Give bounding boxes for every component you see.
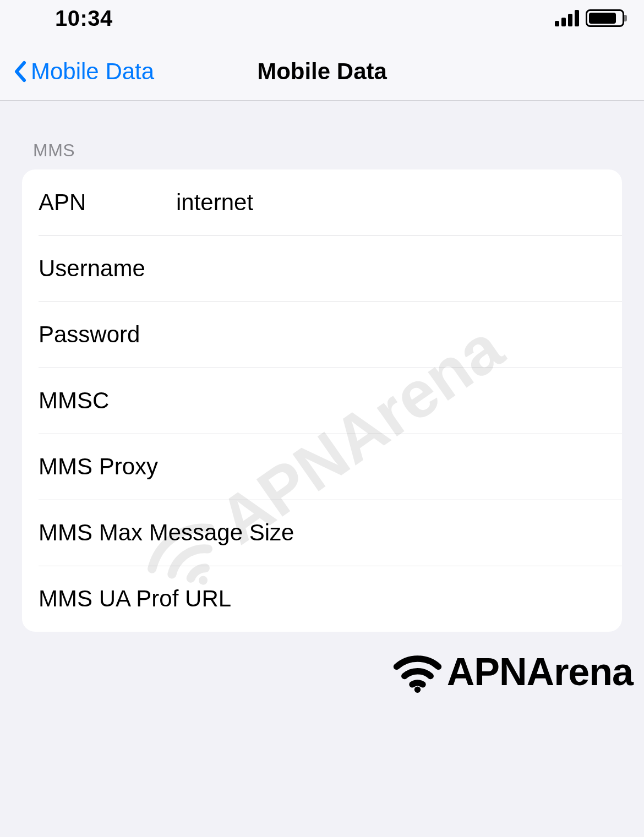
row-username[interactable]: Username: [22, 236, 622, 302]
label-mms-max-size: MMS Max Message Size: [39, 519, 605, 546]
input-mms-proxy[interactable]: [315, 453, 605, 480]
row-apn[interactable]: APN: [22, 169, 622, 236]
mms-settings-group: APN Username Password MMSC MMS Proxy MMS…: [22, 169, 622, 632]
back-button[interactable]: Mobile Data: [13, 58, 154, 85]
page-content: MMS APN Username Password MMSC MMS Proxy…: [0, 101, 644, 632]
input-username[interactable]: [176, 255, 605, 282]
input-mmsc[interactable]: [176, 387, 605, 414]
status-bar: 10:34: [0, 0, 644, 36]
label-mms-ua-prof: MMS UA Prof URL: [39, 586, 605, 612]
chevron-left-icon: [13, 61, 26, 83]
battery-icon: [586, 9, 624, 27]
row-mms-max-size[interactable]: MMS Max Message Size: [22, 500, 622, 566]
row-mmsc[interactable]: MMSC: [22, 368, 622, 434]
status-time: 10:34: [55, 6, 113, 31]
wifi-icon: [391, 650, 444, 693]
svg-point-1: [414, 687, 421, 693]
label-mmsc: MMSC: [39, 387, 176, 414]
watermark-text: APNArena: [447, 650, 633, 694]
label-mms-proxy: MMS Proxy: [39, 453, 315, 480]
cellular-signal-icon: [555, 10, 579, 26]
input-apn[interactable]: [176, 189, 605, 216]
row-mms-proxy[interactable]: MMS Proxy: [22, 434, 622, 500]
nav-bar: Mobile Data Mobile Data: [0, 36, 644, 101]
row-mms-ua-prof[interactable]: MMS UA Prof URL: [22, 566, 622, 632]
label-apn: APN: [39, 189, 176, 216]
input-password[interactable]: [176, 321, 605, 348]
back-label: Mobile Data: [31, 58, 154, 85]
label-username: Username: [39, 255, 176, 282]
section-header-mms: MMS: [0, 101, 644, 169]
watermark-bottom: APNArena: [391, 650, 633, 694]
label-password: Password: [39, 321, 176, 348]
row-password[interactable]: Password: [22, 302, 622, 368]
status-right-icons: [555, 9, 624, 27]
